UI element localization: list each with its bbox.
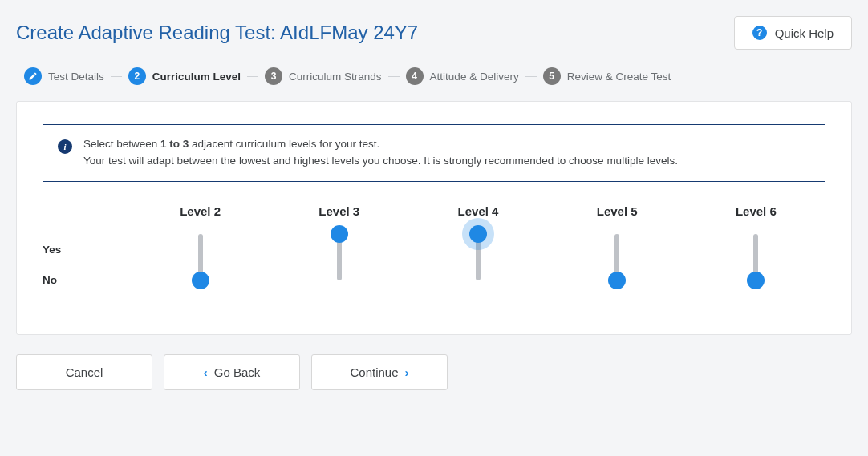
level-column-4: Level 5 — [549, 204, 685, 280]
level-header: Level 4 — [458, 204, 499, 218]
stepper: Test Details2Curriculum Level3Curriculum… — [16, 67, 852, 85]
no-label: No — [43, 265, 131, 296]
level-slider-handle[interactable] — [608, 272, 626, 289]
continue-button[interactable]: Continue › — [311, 354, 448, 390]
level-column-5: Level 6 — [688, 204, 824, 280]
info-box: i Select between 1 to 3 adjacent curricu… — [43, 124, 825, 182]
step-3[interactable]: 3Curriculum Strands — [265, 67, 382, 85]
level-slider-handle[interactable] — [747, 272, 765, 289]
go-back-button[interactable]: ‹ Go Back — [164, 354, 300, 390]
level-column-3: Level 4 — [410, 204, 546, 280]
level-slider-handle[interactable] — [331, 225, 348, 243]
yes-label: Yes — [43, 235, 131, 265]
cancel-button[interactable]: Cancel — [16, 354, 152, 390]
step-label: Curriculum Level — [152, 71, 241, 83]
step-circle: 3 — [265, 67, 282, 85]
level-slider-track[interactable] — [753, 234, 758, 280]
step-circle: 2 — [128, 67, 146, 85]
level-header: Level 5 — [597, 204, 638, 218]
step-5[interactable]: 5Review & Create Test — [543, 67, 671, 85]
step-separator — [247, 76, 258, 77]
step-circle: 5 — [543, 67, 561, 85]
level-slider-handle[interactable] — [192, 272, 209, 289]
info-text: Select between 1 to 3 adjacent curriculu… — [83, 136, 678, 170]
yes-no-labels: Yes No — [43, 204, 131, 296]
step-circle: 4 — [406, 67, 424, 85]
level-column-2: Level 3 — [271, 204, 408, 280]
level-slider-track[interactable] — [198, 234, 203, 280]
level-slider-track[interactable] — [476, 234, 481, 280]
step-separator — [525, 76, 537, 77]
step-label: Curriculum Strands — [289, 71, 382, 83]
help-icon: ? — [752, 26, 767, 40]
step-label: Attitude & Delivery — [430, 71, 519, 83]
level-header: Level 3 — [318, 204, 359, 218]
step-2[interactable]: 2Curriculum Level — [128, 67, 241, 85]
level-column-1: Level 2 — [132, 204, 269, 280]
level-slider-handle[interactable] — [469, 225, 487, 243]
info-icon: i — [58, 139, 72, 154]
pencil-icon — [28, 71, 38, 81]
quick-help-button[interactable]: ? Quick Help — [734, 16, 852, 50]
step-1[interactable]: Test Details — [24, 67, 104, 85]
step-4[interactable]: 4Attitude & Delivery — [406, 67, 519, 85]
levels-grid: Level 2Level 3Level 4Level 5Level 6 — [131, 204, 825, 280]
level-slider-track[interactable] — [614, 234, 619, 280]
step-separator — [388, 76, 400, 77]
page-title: Create Adaptive Reading Test: AIdLFMay 2… — [16, 22, 418, 44]
level-slider-track[interactable] — [337, 234, 342, 280]
quick-help-label: Quick Help — [775, 26, 834, 40]
step-label: Test Details — [48, 71, 104, 83]
step-circle — [24, 67, 42, 85]
step-separator — [111, 76, 122, 77]
level-header: Level 6 — [736, 204, 777, 218]
level-header: Level 2 — [180, 204, 221, 218]
curriculum-level-panel: i Select between 1 to 3 adjacent curricu… — [16, 101, 852, 335]
chevron-right-icon: › — [405, 365, 409, 379]
footer-buttons: Cancel ‹ Go Back Continue › — [16, 354, 852, 390]
chevron-left-icon: ‹ — [204, 365, 208, 379]
step-label: Review & Create Test — [567, 71, 671, 83]
levels-area: Yes No Level 2Level 3Level 4Level 5Level… — [43, 204, 825, 296]
